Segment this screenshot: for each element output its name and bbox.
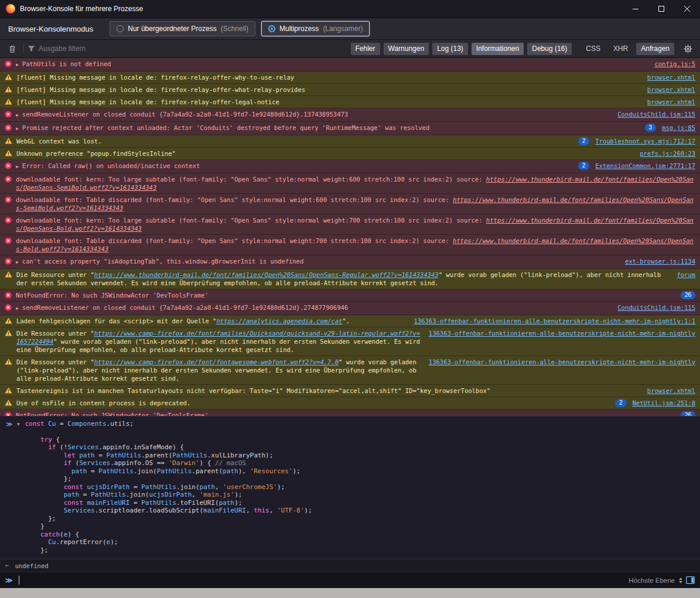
source-location-link[interactable]: 136363-offenbar-funktionieren-alle-benut… bbox=[429, 358, 695, 366]
source-location-link[interactable]: Troubleshoot.sys.mjs:712:17 bbox=[595, 137, 695, 145]
message-text: Unknown preference "popup.findStylesInli… bbox=[16, 149, 634, 158]
filter-button-debug[interactable]: Debug (16) bbox=[527, 43, 572, 55]
console-message: Use of nsFile in content process is depr… bbox=[0, 397, 700, 409]
maximize-button[interactable] bbox=[648, 0, 674, 18]
code-token: ) { bbox=[67, 531, 79, 538]
code-token: 'Darwin' bbox=[169, 459, 200, 467]
filter-button-xhr[interactable]: XHR bbox=[609, 43, 633, 55]
code-token: .reportError( bbox=[56, 538, 106, 546]
code-line: path = PathUtils.join(ucjsDirPath, 'main… bbox=[25, 491, 695, 499]
minimize-button[interactable] bbox=[623, 0, 648, 18]
message-url-link[interactable]: https://www.camp-firefox.de/font/fontawe… bbox=[94, 358, 339, 365]
source-location-link[interactable]: config.js:5 bbox=[654, 60, 695, 68]
message-url-link[interactable]: https://analytics.agenedia.com/cat bbox=[216, 317, 342, 324]
message-url-link[interactable]: https://www.thunderbird-mail.de/font/fam… bbox=[16, 176, 694, 191]
source-location-link[interactable]: browser.xhtml bbox=[647, 98, 695, 106]
source-location-link[interactable]: browser.xhtml bbox=[647, 86, 695, 94]
code-line: }; bbox=[25, 515, 695, 523]
mode-option-hint: (Langsamer) bbox=[323, 25, 363, 33]
close-button[interactable] bbox=[674, 0, 700, 18]
code-token: PathUtils bbox=[157, 467, 192, 475]
code-token bbox=[25, 483, 63, 491]
source-location-link[interactable]: 136363-offenbar-funktionieren-alle-benut… bbox=[429, 329, 695, 337]
message-text: Promise rejected after context unloaded:… bbox=[22, 124, 639, 132]
source-location-link[interactable]: browser.xhtml bbox=[647, 73, 695, 81]
expand-arrow-icon[interactable]: ▶ bbox=[16, 305, 19, 313]
clear-console-button[interactable] bbox=[5, 42, 20, 56]
source-location-link[interactable]: forum bbox=[677, 271, 695, 279]
collapse-arrow-icon[interactable]: ▼ bbox=[16, 422, 21, 427]
code-token: .join( bbox=[126, 491, 149, 498]
error-icon bbox=[5, 292, 12, 299]
filter-button-css[interactable]: CSS bbox=[581, 43, 605, 55]
code-token bbox=[25, 467, 71, 475]
console-message: Unknown preference "popup.findStylesInli… bbox=[0, 148, 700, 160]
minimize-icon bbox=[633, 6, 638, 12]
gear-icon bbox=[684, 45, 692, 53]
code-token: ); bbox=[234, 499, 242, 507]
code-line: const mainFileURI = PathUtils.toFileURI(… bbox=[25, 499, 695, 507]
source-location-link[interactable]: msg.js:85 bbox=[662, 124, 695, 132]
settings-button[interactable] bbox=[680, 42, 695, 56]
message-text: WebGL context was lost. bbox=[16, 137, 572, 145]
message-url-link[interactable]: https://www.thunderbird-mail.de/font/fam… bbox=[16, 237, 694, 252]
updown-arrows-icon bbox=[679, 578, 682, 583]
error-icon bbox=[5, 304, 12, 311]
message-text: [fluent] Missing message in locale de: f… bbox=[16, 73, 641, 81]
code-token: ); bbox=[234, 491, 242, 498]
filter-input[interactable] bbox=[39, 45, 173, 53]
filter-button-fehler[interactable]: Fehler bbox=[351, 43, 380, 55]
console-message: [fluent] Missing message in locale de: f… bbox=[0, 71, 700, 84]
code-token: , bbox=[269, 507, 277, 514]
filter-button-warnungen[interactable]: Warnungen bbox=[384, 43, 429, 55]
source-location-link[interactable]: ext-browser.js:1134 bbox=[625, 257, 695, 265]
filter-button-log[interactable]: Log (13) bbox=[432, 43, 468, 55]
code-token: ( bbox=[71, 459, 79, 467]
mode-parent-process-button[interactable]: Nur übergeordneter Prozess (Schnell) bbox=[110, 21, 255, 36]
expand-arrow-icon[interactable]: ▶ bbox=[16, 258, 19, 266]
message-url-link[interactable]: https://www.camp-firefox.de/font/familie… bbox=[16, 330, 420, 345]
source-location-link[interactable]: browser.xhtml bbox=[647, 387, 695, 395]
warning-icon bbox=[5, 358, 12, 365]
message-text: NotFoundError: No such JSWindowActor 'De… bbox=[16, 291, 675, 299]
expand-arrow-icon[interactable]: ▶ bbox=[16, 111, 19, 119]
warning-icon bbox=[5, 74, 12, 80]
console-messages[interactable]: ▶PathUtils is not definedconfig.js:5[flu… bbox=[0, 58, 700, 416]
code-token: path bbox=[223, 467, 238, 475]
source-location-link[interactable]: ConduitsChild.jsm:115 bbox=[617, 303, 695, 312]
source-location-link[interactable]: 136363-offenbar-funktionieren-alle-benut… bbox=[414, 317, 695, 325]
source-location-link[interactable]: NetUtil.jsm:251:8 bbox=[633, 399, 695, 407]
message-url-link[interactable]: https://www.thunderbird-mail.de/font/fam… bbox=[94, 271, 439, 278]
code-token bbox=[25, 459, 63, 467]
code-token: ucjsDirPath bbox=[149, 491, 192, 498]
warning-icon bbox=[5, 317, 12, 324]
mode-option-label: Nur übergeordneter Prozess bbox=[128, 25, 216, 33]
message-text: sendRemoveListener on closed conduit {7a… bbox=[22, 303, 612, 312]
message-url-link[interactable]: https://www.thunderbird-mail.de/font/fam… bbox=[16, 217, 694, 232]
code-token: const bbox=[64, 499, 83, 507]
evaluation-context-selector[interactable]: Höchste Ebene bbox=[629, 577, 682, 584]
expand-arrow-icon[interactable]: ▶ bbox=[16, 125, 19, 133]
console-input-bar[interactable]: ≫ Höchste Ebene bbox=[0, 572, 700, 588]
expand-arrow-icon[interactable]: ▶ bbox=[16, 163, 19, 171]
result-arrow-icon: ← bbox=[5, 562, 9, 569]
mode-multiprocess-button[interactable]: Multiprozess (Langsamer) bbox=[261, 21, 370, 36]
message-text: sendRemoveListener on closed conduit {7a… bbox=[22, 110, 612, 118]
code-token: ucjsDirPath bbox=[87, 483, 129, 491]
code-token: ( bbox=[60, 531, 64, 538]
window-controls bbox=[623, 0, 700, 18]
filter-button-anfragen[interactable]: Anfragen bbox=[636, 43, 674, 55]
code-token: PathUtils bbox=[141, 483, 176, 491]
message-url-link[interactable]: https://www.thunderbird-mail.de/font/fam… bbox=[16, 196, 694, 211]
console-message: downloadable font: kern: Too large subta… bbox=[0, 173, 700, 194]
text-cursor bbox=[19, 576, 19, 585]
radio-unselected-icon bbox=[117, 25, 124, 32]
error-icon bbox=[5, 111, 12, 118]
source-location-link[interactable]: prefs.js:260:23 bbox=[640, 149, 695, 158]
expand-arrow-icon[interactable]: ▶ bbox=[16, 61, 19, 69]
filter-button-informationen[interactable]: Informationen bbox=[472, 43, 524, 55]
source-location-link[interactable]: ConduitsChild.jsm:115 bbox=[617, 110, 695, 118]
code-token: path bbox=[64, 491, 80, 498]
source-location-link[interactable]: ExtensionCommon.jsm:2771:17 bbox=[595, 162, 695, 170]
split-console-button[interactable] bbox=[686, 576, 695, 584]
